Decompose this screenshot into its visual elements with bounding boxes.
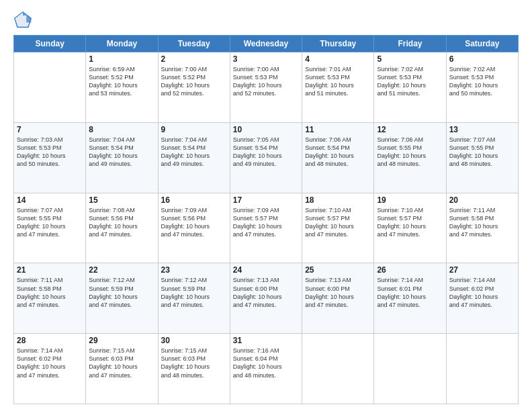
page: SundayMondayTuesdayWednesdayThursdayFrid… [0, 0, 532, 411]
day-info: Sunrise: 7:12 AM Sunset: 5:59 PM Dayligh… [89, 276, 154, 309]
day-info: Sunrise: 7:07 AM Sunset: 5:55 PM Dayligh… [449, 136, 515, 169]
day-info: Sunrise: 7:05 AM Sunset: 5:54 PM Dayligh… [233, 136, 299, 169]
day-number: 13 [449, 125, 515, 134]
calendar-cell: 6Sunrise: 7:02 AM Sunset: 5:53 PM Daylig… [446, 52, 518, 123]
calendar-cell: 27Sunrise: 7:14 AM Sunset: 6:02 PM Dayli… [446, 263, 518, 334]
calendar-cell: 9Sunrise: 7:04 AM Sunset: 5:54 PM Daylig… [158, 122, 230, 193]
day-info: Sunrise: 6:59 AM Sunset: 5:52 PM Dayligh… [89, 65, 154, 98]
day-number: 27 [449, 265, 515, 275]
calendar-cell: 13Sunrise: 7:07 AM Sunset: 5:55 PM Dayli… [446, 122, 518, 193]
day-info: Sunrise: 7:15 AM Sunset: 6:03 PM Dayligh… [89, 347, 154, 379]
calendar-cell: 21Sunrise: 7:11 AM Sunset: 5:58 PM Dayli… [14, 263, 86, 334]
calendar-cell: 1Sunrise: 6:59 AM Sunset: 5:52 PM Daylig… [86, 52, 158, 123]
day-info: Sunrise: 7:08 AM Sunset: 5:56 PM Dayligh… [89, 206, 154, 239]
day-info: Sunrise: 7:13 AM Sunset: 6:00 PM Dayligh… [305, 276, 371, 309]
weekday-header-thursday: Thursday [302, 36, 374, 52]
calendar-week-1: 1Sunrise: 6:59 AM Sunset: 5:52 PM Daylig… [14, 52, 519, 123]
day-info: Sunrise: 7:00 AM Sunset: 5:53 PM Dayligh… [233, 65, 299, 98]
calendar-cell [446, 334, 518, 404]
calendar-header-row: SundayMondayTuesdayWednesdayThursdayFrid… [14, 36, 519, 52]
day-number: 1 [89, 54, 154, 64]
calendar-cell: 26Sunrise: 7:14 AM Sunset: 6:01 PM Dayli… [374, 263, 446, 334]
weekday-header-saturday: Saturday [446, 36, 518, 52]
day-number: 8 [89, 125, 154, 134]
day-number: 16 [161, 195, 227, 205]
calendar-table: SundayMondayTuesdayWednesdayThursdayFrid… [13, 35, 519, 404]
day-number: 29 [89, 336, 154, 345]
day-number: 10 [233, 125, 299, 134]
calendar-cell: 30Sunrise: 7:15 AM Sunset: 6:03 PM Dayli… [158, 334, 230, 404]
calendar-cell: 4Sunrise: 7:01 AM Sunset: 5:53 PM Daylig… [302, 52, 374, 123]
calendar-cell: 15Sunrise: 7:08 AM Sunset: 5:56 PM Dayli… [86, 193, 158, 263]
day-number: 7 [17, 125, 83, 134]
day-info: Sunrise: 7:14 AM Sunset: 6:02 PM Dayligh… [449, 276, 515, 309]
day-info: Sunrise: 7:14 AM Sunset: 6:01 PM Dayligh… [377, 276, 443, 309]
calendar-cell: 24Sunrise: 7:13 AM Sunset: 6:00 PM Dayli… [230, 263, 302, 334]
calendar-cell: 3Sunrise: 7:00 AM Sunset: 5:53 PM Daylig… [230, 52, 302, 123]
calendar-cell: 20Sunrise: 7:11 AM Sunset: 5:58 PM Dayli… [446, 193, 518, 263]
calendar-cell: 29Sunrise: 7:15 AM Sunset: 6:03 PM Dayli… [86, 334, 158, 404]
calendar-cell: 10Sunrise: 7:05 AM Sunset: 5:54 PM Dayli… [230, 122, 302, 193]
calendar-cell: 19Sunrise: 7:10 AM Sunset: 5:57 PM Dayli… [374, 193, 446, 263]
day-info: Sunrise: 7:04 AM Sunset: 5:54 PM Dayligh… [89, 136, 154, 169]
day-number: 12 [377, 125, 443, 134]
calendar-cell: 28Sunrise: 7:14 AM Sunset: 6:02 PM Dayli… [14, 334, 86, 404]
logo-icon [13, 11, 32, 30]
day-number: 15 [89, 195, 154, 205]
day-number: 28 [17, 336, 83, 345]
weekday-header-sunday: Sunday [14, 36, 86, 52]
day-info: Sunrise: 7:01 AM Sunset: 5:53 PM Dayligh… [305, 65, 371, 98]
day-info: Sunrise: 7:09 AM Sunset: 5:57 PM Dayligh… [233, 206, 299, 239]
day-info: Sunrise: 7:10 AM Sunset: 5:57 PM Dayligh… [305, 206, 371, 239]
day-number: 3 [233, 54, 299, 64]
day-info: Sunrise: 7:13 AM Sunset: 6:00 PM Dayligh… [233, 276, 299, 309]
calendar-week-3: 14Sunrise: 7:07 AM Sunset: 5:55 PM Dayli… [14, 193, 519, 263]
calendar-week-4: 21Sunrise: 7:11 AM Sunset: 5:58 PM Dayli… [14, 263, 519, 334]
calendar-cell [374, 334, 446, 404]
day-number: 23 [161, 265, 227, 275]
day-info: Sunrise: 7:09 AM Sunset: 5:56 PM Dayligh… [161, 206, 227, 239]
day-number: 30 [161, 336, 227, 345]
day-info: Sunrise: 7:14 AM Sunset: 6:02 PM Dayligh… [17, 347, 83, 379]
day-info: Sunrise: 7:11 AM Sunset: 5:58 PM Dayligh… [449, 206, 515, 239]
day-number: 14 [17, 195, 83, 205]
calendar-cell: 31Sunrise: 7:16 AM Sunset: 6:04 PM Dayli… [230, 334, 302, 404]
weekday-header-monday: Monday [86, 36, 158, 52]
logo [13, 11, 35, 30]
weekday-header-tuesday: Tuesday [158, 36, 230, 52]
day-info: Sunrise: 7:10 AM Sunset: 5:57 PM Dayligh… [377, 206, 443, 239]
calendar-cell: 8Sunrise: 7:04 AM Sunset: 5:54 PM Daylig… [86, 122, 158, 193]
day-number: 22 [89, 265, 154, 275]
day-info: Sunrise: 7:00 AM Sunset: 5:52 PM Dayligh… [161, 65, 227, 98]
day-number: 19 [377, 195, 443, 205]
day-number: 18 [305, 195, 371, 205]
calendar-cell: 2Sunrise: 7:00 AM Sunset: 5:52 PM Daylig… [158, 52, 230, 123]
day-number: 25 [305, 265, 371, 275]
weekday-header-wednesday: Wednesday [230, 36, 302, 52]
calendar-week-5: 28Sunrise: 7:14 AM Sunset: 6:02 PM Dayli… [14, 334, 519, 404]
calendar-cell: 16Sunrise: 7:09 AM Sunset: 5:56 PM Dayli… [158, 193, 230, 263]
day-info: Sunrise: 7:16 AM Sunset: 6:04 PM Dayligh… [233, 347, 299, 379]
calendar-cell: 11Sunrise: 7:06 AM Sunset: 5:54 PM Dayli… [302, 122, 374, 193]
calendar-cell: 23Sunrise: 7:12 AM Sunset: 5:59 PM Dayli… [158, 263, 230, 334]
day-number: 5 [377, 54, 443, 64]
day-info: Sunrise: 7:07 AM Sunset: 5:55 PM Dayligh… [17, 206, 83, 239]
calendar-cell: 22Sunrise: 7:12 AM Sunset: 5:59 PM Dayli… [86, 263, 158, 334]
day-number: 6 [449, 54, 515, 64]
day-number: 26 [377, 265, 443, 275]
calendar-week-2: 7Sunrise: 7:03 AM Sunset: 5:53 PM Daylig… [14, 122, 519, 193]
calendar-cell: 25Sunrise: 7:13 AM Sunset: 6:00 PM Dayli… [302, 263, 374, 334]
day-info: Sunrise: 7:12 AM Sunset: 5:59 PM Dayligh… [161, 276, 227, 309]
day-number: 9 [161, 125, 227, 134]
calendar-cell: 18Sunrise: 7:10 AM Sunset: 5:57 PM Dayli… [302, 193, 374, 263]
calendar-cell: 12Sunrise: 7:06 AM Sunset: 5:55 PM Dayli… [374, 122, 446, 193]
day-info: Sunrise: 7:03 AM Sunset: 5:53 PM Dayligh… [17, 136, 83, 169]
calendar-cell: 7Sunrise: 7:03 AM Sunset: 5:53 PM Daylig… [14, 122, 86, 193]
svg-marker-2 [26, 14, 31, 22]
day-number: 31 [233, 336, 299, 345]
day-info: Sunrise: 7:15 AM Sunset: 6:03 PM Dayligh… [161, 347, 227, 379]
calendar-cell: 14Sunrise: 7:07 AM Sunset: 5:55 PM Dayli… [14, 193, 86, 263]
day-number: 21 [17, 265, 83, 275]
calendar-cell: 5Sunrise: 7:02 AM Sunset: 5:53 PM Daylig… [374, 52, 446, 123]
day-number: 24 [233, 265, 299, 275]
